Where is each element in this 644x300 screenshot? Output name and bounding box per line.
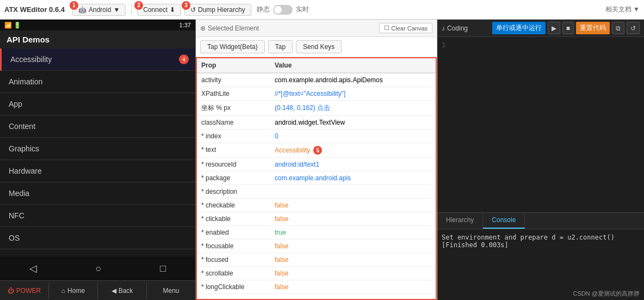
prop-value-text: false	[275, 270, 288, 277]
app-name: API Demos	[7, 35, 49, 44]
prop-value-text: Accessibility	[275, 146, 310, 154]
music-icon: ♪	[442, 25, 445, 32]
prop-key: * enabled	[197, 226, 270, 240]
dump-badge: 3	[182, 1, 190, 10]
device-menu-item[interactable]: Hardware	[0, 160, 195, 182]
selected-element-icon: ⊕	[200, 25, 206, 32]
prop-value-text: false	[275, 283, 288, 291]
bottom-bar-button[interactable]: ⏻POWER	[0, 283, 49, 299]
device-menu-item[interactable]: Media	[0, 182, 195, 205]
prop-value-text: android.widget.TextView	[275, 119, 345, 126]
chevron-down-icon: ▼	[113, 6, 120, 14]
nav-button[interactable]: ○	[91, 259, 106, 279]
action-buttons-row: Tap Widget(Beta)TapSend Keys	[196, 37, 437, 57]
device-app-header: API Demos	[0, 30, 195, 48]
toggle-knob	[274, 6, 282, 14]
refresh-icon: ↺	[190, 6, 196, 14]
device-menu-item[interactable]: OS	[0, 227, 195, 249]
device-menu-item[interactable]: Animation	[0, 71, 195, 93]
prop-row: classNameandroid.widget.TextView	[197, 116, 436, 130]
clear-canvas-button[interactable]: ☐ Clear Canvas	[379, 23, 432, 33]
console-line: Set environment and prepare d = u2.conne…	[442, 234, 640, 241]
selected-element-title: ⊕ Selected Element	[200, 25, 259, 32]
dump-hierarchy-button[interactable]: 3 ↺ Dump Hierarchy	[184, 4, 251, 16]
center-panel: ⊕ Selected Element ☐ Clear Canvas Tap Wi…	[196, 20, 437, 300]
prop-value: false	[270, 240, 436, 253]
prop-row: * scrollablefalse	[197, 267, 436, 280]
prop-col-header: Prop	[197, 58, 270, 73]
reset-code-button[interactable]: 重置代码	[576, 22, 610, 34]
connect-icon: ⬇	[170, 6, 175, 14]
prop-key: * focusable	[197, 240, 270, 253]
nav-button[interactable]: □	[156, 259, 170, 279]
menu-item-badge: 4	[179, 54, 189, 64]
device-menu-item[interactable]: Content	[0, 115, 195, 138]
prop-value: Accessibility5	[270, 143, 436, 158]
prop-value[interactable]: 0	[270, 130, 436, 143]
android-badge: 1	[70, 1, 78, 10]
bottom-bar-button[interactable]: Menu	[147, 283, 195, 299]
right-panel: ♪ Coding 单行或逐中运行 ▶ ■ 重置代码 ⧉ ↺ 1 Hierarch…	[437, 20, 644, 300]
bottom-bar-button[interactable]: ⌂Home	[49, 283, 98, 299]
prop-key: * focused	[197, 253, 270, 267]
docs-link[interactable]: 相关文档 ▼	[605, 5, 640, 14]
checkbox-icon: ☐	[384, 25, 389, 32]
code-editor-section: ♪ Coding 单行或逐中运行 ▶ ■ 重置代码 ⧉ ↺ 1	[437, 20, 644, 213]
console-tab[interactable]: Hierarchy	[437, 213, 483, 229]
device-menu-item[interactable]: NFC	[0, 205, 195, 227]
prop-value[interactable]: com.example.android.apis	[270, 172, 436, 185]
nav-button[interactable]: ◁	[25, 258, 41, 279]
prop-value-text: false	[275, 256, 288, 264]
prop-row: 坐标 % px(0.148, 0.162) 点击	[197, 101, 436, 116]
app-brand: ATX WEditor 0.6.4	[4, 5, 65, 14]
prop-value[interactable]: //*[@text="Accessibility"]	[270, 87, 436, 101]
refresh-code-button[interactable]: ↺	[627, 22, 640, 34]
action-button[interactable]: Tap	[268, 40, 293, 53]
device-bottom-bar: ⏻POWER⌂Home◀BackMenu	[0, 280, 195, 300]
prop-key: className	[197, 116, 270, 130]
code-editor[interactable]: 1	[437, 37, 644, 212]
prop-key: * scrollable	[197, 267, 270, 280]
status-icons: 📶 🔋	[4, 22, 21, 29]
bottom-bar-button[interactable]: ◀Back	[98, 283, 147, 299]
prop-row: * packagecom.example.android.apis	[197, 172, 436, 185]
prop-key: * description	[197, 185, 270, 199]
prop-value-text: false	[275, 201, 288, 209]
prop-row: activitycom.example.android.apis.ApiDemo…	[197, 73, 436, 87]
android-device-button[interactable]: 1 🤖 Android ▼	[72, 4, 126, 16]
dump-label: Dump Hierarchy	[198, 6, 245, 14]
play-icon-button[interactable]: ▶	[548, 22, 560, 34]
prop-key: XPathLite	[197, 87, 270, 101]
copy-button[interactable]: ⧉	[612, 22, 624, 34]
device-content: API Demos Accessibility4AnimationAppCont…	[0, 30, 195, 256]
console-tab[interactable]: Console	[483, 213, 525, 229]
stop-button[interactable]: ■	[562, 22, 574, 34]
static-realtime-toggle[interactable]	[273, 5, 293, 15]
action-button[interactable]: Tap Widget(Beta)	[200, 40, 265, 53]
prop-value: com.example.android.apis.ApiDemos	[270, 73, 436, 87]
props-table: Prop Value activitycom.example.android.a…	[196, 57, 437, 300]
prop-value	[270, 185, 436, 199]
value-col-header: Value	[270, 58, 436, 73]
prop-key: * checkable	[197, 199, 270, 212]
prop-value: false	[270, 253, 436, 267]
prop-value[interactable]: (0.148, 0.162) 点击	[270, 101, 436, 116]
device-menu-item[interactable]: App	[0, 93, 195, 115]
bottom-btn-label: Back	[119, 287, 133, 295]
device-menu-item[interactable]: Graphics	[0, 138, 195, 160]
device-menu-item[interactable]: Accessibility4	[0, 48, 195, 71]
prop-value: true	[270, 226, 436, 240]
prop-value: false	[270, 280, 436, 294]
device-menu-item[interactable]: Preference	[0, 249, 195, 256]
prop-key: 坐标 % px	[197, 101, 270, 116]
prop-row: * clickablefalse	[197, 212, 436, 226]
connect-button[interactable]: 2 Connect ⬇	[137, 4, 181, 16]
code-actions: 单行或逐中运行 ▶ ■ 重置代码 ⧉ ↺	[492, 22, 640, 34]
main-content: 📶 🔋 1:37 API Demos Accessibility4Animati…	[0, 20, 644, 300]
action-button[interactable]: Send Keys	[296, 40, 342, 53]
bottom-btn-icon: ⌂	[61, 287, 65, 295]
prop-row: * checkablefalse	[197, 199, 436, 212]
run-button[interactable]: 单行或逐中运行	[492, 22, 546, 34]
prop-value[interactable]: android:id/text1	[270, 158, 436, 172]
code-toolbar: ♪ Coding 单行或逐中运行 ▶ ■ 重置代码 ⧉ ↺	[437, 20, 644, 37]
